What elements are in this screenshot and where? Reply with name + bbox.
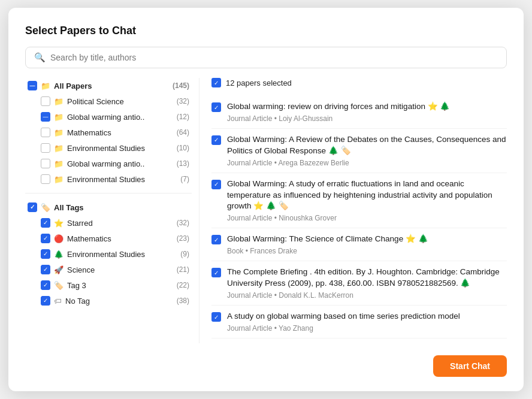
all-papers-item[interactable]: 📁 All Papers (145) (25, 78, 192, 93)
tag-checkbox[interactable] (41, 296, 50, 306)
paper-meta: Book • Frances Drake (227, 247, 507, 255)
paper-title: A study on global warming based on time … (227, 311, 507, 322)
selected-count-label: 12 papers selected (226, 78, 292, 87)
paper-checkbox[interactable] (211, 312, 221, 322)
folder-checkbox[interactable] (41, 159, 50, 168)
select-papers-modal: Select Papers to Chat 🔍 📁 All Papers (14… (8, 8, 524, 391)
tag-emoji: 🏷️ (54, 281, 64, 290)
folder-checkbox[interactable] (41, 112, 50, 122)
folder-checkbox[interactable] (41, 143, 50, 153)
paper-info: Global Warming: A Review of the Debates … (227, 134, 507, 167)
folder-item[interactable]: 📁 Environmental Studies (10) (38, 140, 192, 156)
folder-label: Political Science (67, 97, 124, 106)
tag-emoji: 🏷 (54, 297, 62, 306)
tag-count: (22) (177, 281, 189, 289)
tag-count: (38) (177, 297, 189, 305)
tag-label: Science (67, 265, 95, 274)
tag-checkbox[interactable] (41, 265, 50, 274)
folder-count: (7) (180, 175, 189, 183)
search-bar[interactable]: 🔍 (25, 47, 507, 68)
folder-icon: 📁 (54, 144, 64, 153)
paper-info: A study on global warming based on time … (227, 311, 507, 332)
paper-title: Global Warming: A study of erratic fluct… (227, 179, 507, 213)
paper-info: The Complete Briefing . 4th edition. By … (227, 267, 507, 300)
tag-count: (9) (180, 250, 189, 258)
tag-count: (32) (177, 219, 189, 227)
paper-info: Global Warming: A study of erratic fluct… (227, 179, 507, 223)
folder-checkbox[interactable] (41, 174, 50, 184)
paper-meta: Journal Article • Loiy Al-Ghussain (227, 114, 507, 123)
tag-list: 🏷️ All Tags ⭐ Starred (32) 🔴 Mathematics… (25, 200, 192, 309)
folder-checkbox[interactable] (41, 96, 50, 106)
start-chat-button[interactable]: Start Chat (433, 355, 507, 377)
selected-all-checkbox[interactable] (211, 78, 221, 87)
paper-item[interactable]: Global Warming: A Review of the Debates … (211, 129, 507, 173)
paper-info: Global Warming: The Science of Climate C… (227, 234, 507, 255)
tag-checkbox[interactable] (41, 234, 50, 243)
tag-icon: 🏷️ (41, 203, 50, 212)
all-tags-item[interactable]: 🏷️ All Tags (25, 200, 192, 215)
folder-count: (13) (177, 159, 189, 168)
paper-checkbox[interactable] (211, 268, 221, 277)
paper-meta: Journal Article • Yao Zhang (227, 324, 507, 332)
tag-item-env-studies[interactable]: 🌲 Environmental Studies (9) (38, 246, 192, 262)
folder-icon: 📁 (54, 175, 64, 184)
folder-label: Environmental Studies (67, 175, 145, 184)
tag-label: No Tag (65, 297, 90, 306)
paper-title: The Complete Briefing . 4th edition. By … (227, 267, 507, 289)
folder-item[interactable]: 📁 Global warming antio.. (12) (38, 109, 192, 125)
tag-label: Mathematics (67, 234, 111, 243)
tag-item-mathematics[interactable]: 🔴 Mathematics (23) (38, 231, 192, 246)
tag-emoji: 🌲 (54, 250, 64, 259)
folder-icon: 📁 (54, 113, 64, 122)
tag-emoji: ⭐ (54, 219, 64, 228)
tag-checkbox[interactable] (41, 218, 50, 228)
all-papers-checkbox[interactable] (28, 81, 37, 90)
right-panel: 12 papers selected Global warming: revie… (199, 78, 507, 343)
folder-label: Mathematics (67, 128, 111, 137)
search-input[interactable] (50, 53, 498, 62)
paper-checkbox[interactable] (211, 180, 221, 189)
paper-item[interactable]: The Complete Briefing . 4th edition. By … (211, 261, 507, 306)
tag-label: Starred (67, 219, 93, 228)
selected-count-row: 12 papers selected (211, 78, 507, 87)
folder-icon: 📁 (54, 97, 64, 106)
tag-count: (21) (177, 265, 189, 274)
folder-icon: 📁 (54, 128, 64, 137)
tag-item-starred[interactable]: ⭐ Starred (32) (38, 215, 192, 231)
tag-item-science[interactable]: 🚀 Science (21) (38, 262, 192, 277)
paper-item[interactable]: Global warming: review on driving forces… (211, 96, 507, 129)
paper-meta: Journal Article • Ninoushka Grover (227, 214, 507, 222)
folder-item[interactable]: 📁 Global warming antio.. (13) (38, 156, 192, 171)
paper-item[interactable]: Global Warming: A study of erratic fluct… (211, 338, 507, 343)
tag-emoji: 🚀 (54, 265, 64, 274)
paper-title: Global warming: review on driving forces… (227, 101, 507, 113)
paper-item[interactable]: Global Warming: A study of erratic fluct… (211, 173, 507, 229)
modal-title: Select Papers to Chat (25, 25, 507, 37)
paper-checkbox[interactable] (211, 102, 221, 112)
paper-item[interactable]: Global Warming: The Science of Climate C… (211, 228, 507, 261)
tag-checkbox[interactable] (41, 249, 50, 259)
folder-item[interactable]: 📁 Environmental Studies (7) (38, 171, 192, 187)
all-tags-label: All Tags (54, 203, 84, 212)
tag-label: Environmental Studies (67, 250, 145, 259)
left-panel: 📁 All Papers (145) 📁 Political Science (… (25, 78, 199, 343)
all-tags-checkbox[interactable] (28, 202, 37, 212)
paper-title: Global Warming: A Review of the Debates … (227, 134, 507, 157)
bottom-bar: Start Chat (25, 353, 507, 377)
all-papers-label: All Papers (54, 81, 92, 90)
folder-label: Global warming antio.. (67, 113, 144, 122)
paper-info: Global warming: review on driving forces… (227, 101, 507, 123)
folder-item[interactable]: 📁 Mathematics (64) (38, 125, 192, 140)
folder-item[interactable]: 📁 Political Science (32) (38, 93, 192, 109)
divider (25, 193, 192, 194)
tag-item-no-tag[interactable]: 🏷 No Tag (38) (38, 293, 192, 309)
paper-item[interactable]: A study on global warming based on time … (211, 306, 507, 338)
tag-checkbox[interactable] (41, 280, 50, 290)
tag-label: Tag 3 (67, 281, 86, 290)
paper-checkbox[interactable] (211, 235, 221, 244)
search-icon: 🔍 (34, 52, 46, 63)
folder-checkbox[interactable] (41, 128, 50, 137)
paper-checkbox[interactable] (211, 135, 221, 145)
tag-item-tag3[interactable]: 🏷️ Tag 3 (22) (38, 277, 192, 293)
